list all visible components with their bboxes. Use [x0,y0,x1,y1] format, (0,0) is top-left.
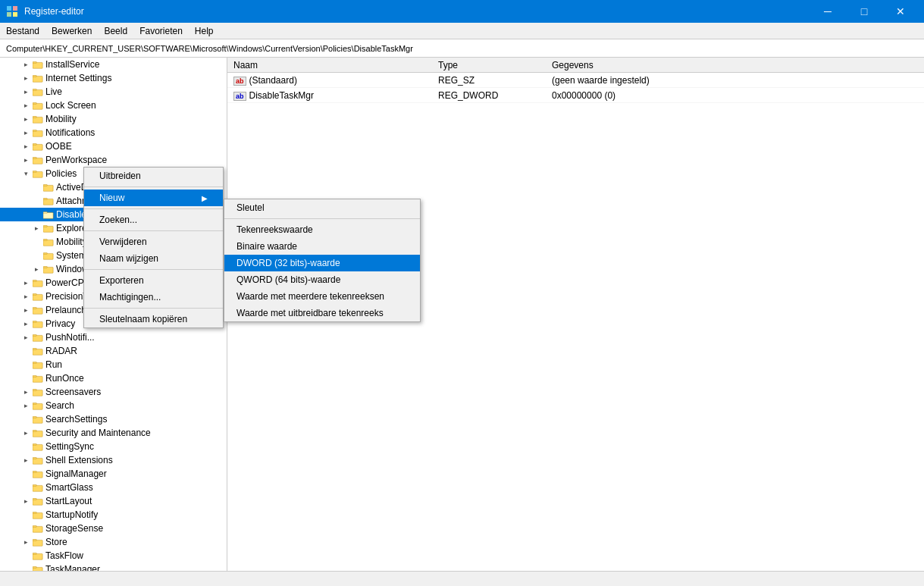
svg-rect-74 [33,540,42,546]
folder-icon [33,100,43,111]
expand-icon: ▾ [21,169,30,178]
svg-rect-56 [33,417,42,423]
folder-icon [33,550,43,561]
expand-icon: ▸ [21,306,30,315]
context-menu-label: Machtigingen... [99,292,161,302]
tree-item-settingsync[interactable]: SettingSync [0,440,227,453]
tree-item-startupnotify[interactable]: StartupNotify [0,508,227,522]
tree-item-live[interactable]: ▸ Live [0,85,227,99]
tree-item-searchsettings[interactable]: SearchSettings [0,412,227,426]
context-menu-item-exporteren[interactable]: Exporteren [84,272,223,289]
tree-item-label: System [56,250,86,261]
minimize-button[interactable]: ─ [810,0,845,23]
tree-item-startlayout[interactable]: ▸ StartLayout [0,494,227,508]
reg-type-cell: REG_SZ [432,75,546,86]
context-menu-separator [84,269,223,270]
column-headers: Naam Type Gegevens [227,58,924,73]
tree-item-securityandmaintenance[interactable]: ▸ Security and Maintenance [0,426,227,440]
submenu-item-binairewaarde[interactable]: Binaire waarde [224,238,420,255]
tree-item-mobility[interactable]: ▸ Mobility [0,112,227,126]
svg-rect-46 [33,349,42,355]
context-menu-item-machtigingen[interactable]: Machtigingen... [84,289,223,306]
menu-item-beeld[interactable]: Beeld [98,24,133,38]
context-menu-separator [84,208,223,209]
expand-icon: ▸ [21,60,30,69]
context-menu-item-verwijderen[interactable]: Verwijderen [84,233,223,250]
tree-item-taskflow[interactable]: TaskFlow [0,549,227,562]
menu-item-bewerken[interactable]: Bewerken [45,24,98,38]
tree-item-label: StartLayout [45,496,92,506]
tree-item-store[interactable]: ▸ Store [0,535,227,549]
table-row[interactable]: abDisableTaskMgrREG_DWORD0x00000000 (0) [227,88,924,103]
reg-naam-cell: abDisableTaskMgr [227,90,432,101]
context-menu-item-sleutelnaamkopieren[interactable]: Sleutelnaam kopiëren [84,311,223,327]
tree-item-penworkspace[interactable]: ▸ PenWorkspace [0,153,227,167]
menu-item-help[interactable]: Help [189,24,220,38]
tree-item-label: Lock Screen [45,100,96,111]
registry-values: ab(Standaard)REG_SZ(geen waarde ingestel… [227,73,924,103]
expand-icon: ▸ [32,265,41,274]
tree-item-notifications[interactable]: ▸ Notifications [0,126,227,139]
svg-rect-32 [43,253,53,259]
context-menu-item-uitbreiden[interactable]: Uitbreiden [84,168,223,184]
svg-rect-70 [33,512,42,519]
menu-item-bestand[interactable]: Bestand [0,24,45,38]
tree-item-label: PushNotifi... [45,332,95,343]
tree-item-run[interactable]: Run [0,358,227,371]
submenu-item-meerdere[interactable]: Waarde met meerdere tekenreeksen [224,288,420,305]
context-menu-label: Nieuw [99,193,124,203]
app-title: Register-editor [24,6,810,17]
context-menu: UitbreidenNieuw▶Zoeken...VerwijderenNaam… [83,167,224,328]
svg-rect-10 [33,103,42,109]
table-row[interactable]: ab(Standaard)REG_SZ(geen waarde ingestel… [227,73,924,88]
tree-item-label: TaskManager [45,564,100,571]
context-menu-item-nieuw[interactable]: Nieuw▶ [84,190,223,206]
submenu-item-dword32[interactable]: DWORD (32 bits)-waarde [224,255,420,271]
svg-rect-66 [33,485,42,491]
svg-rect-22 [43,185,53,191]
close-button[interactable]: ✕ [883,0,918,23]
context-menu-item-zoeken[interactable]: Zoeken... [84,212,223,228]
expand-icon [32,210,41,219]
tree-item-storagesense[interactable]: StorageSense [0,522,227,535]
tree-item-signalmanager[interactable]: SignalManager [0,467,227,481]
svg-rect-0 [7,6,11,11]
tree-item-pushnotifi[interactable]: ▸ PushNotifi... [0,331,227,344]
folder-icon [33,59,43,70]
svg-rect-54 [33,403,42,409]
reg-naam-text: DisableTaskMgr [249,90,314,101]
svg-rect-67 [33,485,36,487]
reg-type-cell: REG_DWORD [432,90,546,101]
tree-item-shellextensions[interactable]: ▸ Shell Extensions [0,453,227,467]
submenu-item-qword64[interactable]: QWORD (64 bits)-waarde [224,271,420,288]
expand-icon [21,442,30,451]
expand-icon: ▸ [21,428,30,437]
svg-rect-21 [33,171,36,173]
tree-item-oobe[interactable]: ▸ OOBE [0,139,227,153]
tree-item-installservice[interactable]: ▸ InstallService [0,58,227,71]
folder-icon [33,155,43,165]
tree-item-screensavers[interactable]: ▸ Screensavers [0,385,227,399]
tree-item-search[interactable]: ▸ Search [0,399,227,412]
app-icon [6,5,18,17]
folder-icon [33,168,43,179]
menu-item-favorieten[interactable]: Favorieten [133,24,189,38]
maximize-button[interactable]: □ [847,0,882,23]
submenu-item-uitbreidbare[interactable]: Waarde met uitbreidbare tekenreeks [224,305,420,321]
svg-rect-62 [33,458,42,464]
tree-item-internetsettings[interactable]: ▸ Internet Settings [0,71,227,85]
tree-item-smartglass[interactable]: SmartGlass [0,481,227,494]
svg-rect-39 [33,294,36,296]
expand-icon: ▸ [21,292,30,301]
tree-item-runonce[interactable]: RunOnce [0,371,227,385]
tree-item-taskmanager[interactable]: TaskManager [0,562,227,571]
tree-item-label: PowerCPL [45,277,89,288]
expand-icon: ▸ [21,278,30,287]
submenu-item-sleutel[interactable]: Sleutel [224,199,420,216]
svg-rect-4 [33,62,42,68]
context-menu-item-naamwijzigen[interactable]: Naam wijzigen [84,250,223,267]
submenu-item-tekenreekswaarde[interactable]: Tekenreekswaarde [224,221,420,238]
tree-item-radar[interactable]: RADAR [0,344,227,358]
svg-rect-47 [33,349,36,350]
tree-item-lockscreen[interactable]: ▸ Lock Screen [0,99,227,112]
